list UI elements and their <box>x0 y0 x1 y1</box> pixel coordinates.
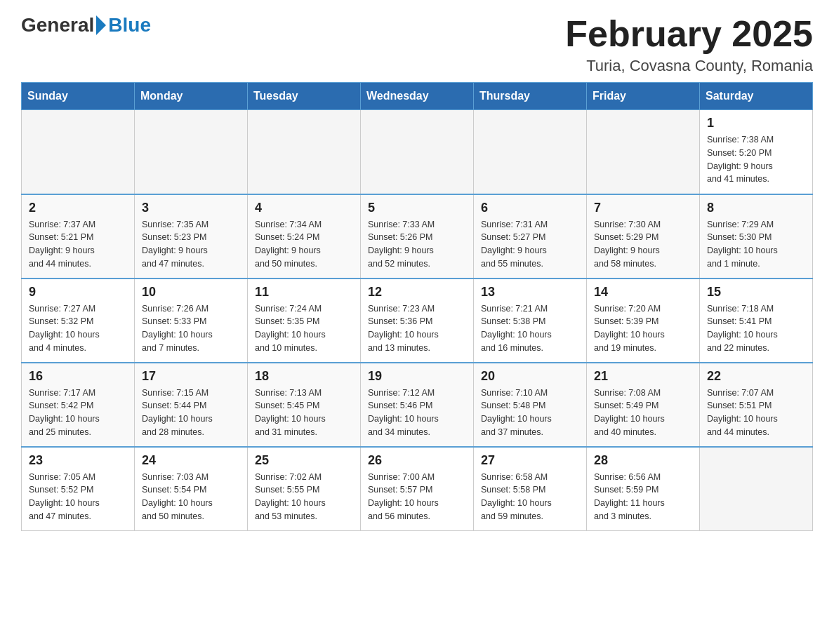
calendar-day-cell: 24Sunrise: 7:03 AM Sunset: 5:54 PM Dayli… <box>135 447 248 531</box>
day-info: Sunrise: 7:10 AM Sunset: 5:48 PM Dayligh… <box>481 387 579 439</box>
day-info: Sunrise: 7:07 AM Sunset: 5:51 PM Dayligh… <box>707 387 805 439</box>
page-header: General Blue February 2025 Turia, Covasn… <box>21 14 813 75</box>
day-info: Sunrise: 7:34 AM Sunset: 5:24 PM Dayligh… <box>255 218 353 271</box>
calendar-day-cell: 3Sunrise: 7:35 AM Sunset: 5:23 PM Daylig… <box>135 194 248 279</box>
calendar-day-cell: 16Sunrise: 7:17 AM Sunset: 5:42 PM Dayli… <box>22 363 135 447</box>
day-info: Sunrise: 7:35 AM Sunset: 5:23 PM Dayligh… <box>142 218 240 271</box>
calendar-day-cell: 14Sunrise: 7:20 AM Sunset: 5:39 PM Dayli… <box>587 279 700 363</box>
location-title: Turia, Covasna County, Romania <box>565 57 813 75</box>
calendar-day-cell <box>587 110 700 194</box>
day-number: 19 <box>368 369 466 384</box>
day-info: Sunrise: 7:03 AM Sunset: 5:54 PM Dayligh… <box>142 471 240 523</box>
calendar-day-cell: 22Sunrise: 7:07 AM Sunset: 5:51 PM Dayli… <box>700 363 813 447</box>
day-info: Sunrise: 7:15 AM Sunset: 5:44 PM Dayligh… <box>142 387 240 439</box>
day-of-week-header: Friday <box>587 83 700 110</box>
day-number: 16 <box>29 369 127 384</box>
day-number: 25 <box>255 453 353 468</box>
day-info: Sunrise: 6:56 AM Sunset: 5:59 PM Dayligh… <box>594 471 692 523</box>
calendar-week-row: 9Sunrise: 7:27 AM Sunset: 5:32 PM Daylig… <box>22 279 813 363</box>
day-number: 14 <box>594 285 692 300</box>
calendar-day-cell: 15Sunrise: 7:18 AM Sunset: 5:41 PM Dayli… <box>700 279 813 363</box>
calendar-day-cell <box>248 110 361 194</box>
day-info: Sunrise: 7:18 AM Sunset: 5:41 PM Dayligh… <box>707 302 805 355</box>
day-info: Sunrise: 7:20 AM Sunset: 5:39 PM Dayligh… <box>594 302 692 355</box>
day-number: 15 <box>707 285 805 300</box>
day-number: 27 <box>481 453 579 468</box>
day-number: 10 <box>142 285 240 300</box>
calendar-day-cell: 6Sunrise: 7:31 AM Sunset: 5:27 PM Daylig… <box>474 194 587 279</box>
calendar-day-cell <box>135 110 248 194</box>
day-info: Sunrise: 7:23 AM Sunset: 5:36 PM Dayligh… <box>368 302 466 355</box>
day-number: 8 <box>707 201 805 215</box>
day-number: 20 <box>481 369 579 384</box>
day-number: 12 <box>368 285 466 300</box>
calendar-day-cell: 26Sunrise: 7:00 AM Sunset: 5:57 PM Dayli… <box>361 447 474 531</box>
calendar-day-cell: 1Sunrise: 7:38 AM Sunset: 5:20 PM Daylig… <box>700 110 813 194</box>
calendar-day-cell: 13Sunrise: 7:21 AM Sunset: 5:38 PM Dayli… <box>474 279 587 363</box>
day-of-week-header: Tuesday <box>248 83 361 110</box>
day-number: 5 <box>368 201 466 215</box>
calendar-day-cell: 23Sunrise: 7:05 AM Sunset: 5:52 PM Dayli… <box>22 447 135 531</box>
calendar-day-cell: 12Sunrise: 7:23 AM Sunset: 5:36 PM Dayli… <box>361 279 474 363</box>
calendar-table: SundayMondayTuesdayWednesdayThursdayFrid… <box>21 82 813 531</box>
day-info: Sunrise: 7:26 AM Sunset: 5:33 PM Dayligh… <box>142 302 240 355</box>
logo-blue-text: Blue <box>108 14 151 36</box>
calendar-day-cell: 28Sunrise: 6:56 AM Sunset: 5:59 PM Dayli… <box>587 447 700 531</box>
logo: General Blue <box>21 14 151 36</box>
day-info: Sunrise: 7:37 AM Sunset: 5:21 PM Dayligh… <box>29 218 127 271</box>
day-number: 7 <box>594 201 692 215</box>
day-number: 24 <box>142 453 240 468</box>
day-number: 9 <box>29 285 127 300</box>
day-info: Sunrise: 7:08 AM Sunset: 5:49 PM Dayligh… <box>594 387 692 439</box>
calendar-day-cell: 8Sunrise: 7:29 AM Sunset: 5:30 PM Daylig… <box>700 194 813 279</box>
calendar-day-cell: 20Sunrise: 7:10 AM Sunset: 5:48 PM Dayli… <box>474 363 587 447</box>
calendar-day-cell: 5Sunrise: 7:33 AM Sunset: 5:26 PM Daylig… <box>361 194 474 279</box>
day-number: 1 <box>707 116 805 130</box>
day-info: Sunrise: 7:13 AM Sunset: 5:45 PM Dayligh… <box>255 387 353 439</box>
month-title: February 2025 <box>565 14 813 54</box>
calendar-week-row: 23Sunrise: 7:05 AM Sunset: 5:52 PM Dayli… <box>22 447 813 531</box>
calendar-day-cell: 4Sunrise: 7:34 AM Sunset: 5:24 PM Daylig… <box>248 194 361 279</box>
day-number: 26 <box>368 453 466 468</box>
day-number: 3 <box>142 201 240 215</box>
calendar-day-cell: 21Sunrise: 7:08 AM Sunset: 5:49 PM Dayli… <box>587 363 700 447</box>
day-info: Sunrise: 7:12 AM Sunset: 5:46 PM Dayligh… <box>368 387 466 439</box>
calendar-day-cell: 7Sunrise: 7:30 AM Sunset: 5:29 PM Daylig… <box>587 194 700 279</box>
calendar-day-cell <box>700 447 813 531</box>
day-number: 28 <box>594 453 692 468</box>
calendar-day-cell: 17Sunrise: 7:15 AM Sunset: 5:44 PM Dayli… <box>135 363 248 447</box>
calendar-day-cell: 11Sunrise: 7:24 AM Sunset: 5:35 PM Dayli… <box>248 279 361 363</box>
calendar-day-cell <box>22 110 135 194</box>
day-number: 11 <box>255 285 353 300</box>
day-of-week-header: Wednesday <box>361 83 474 110</box>
day-info: Sunrise: 7:24 AM Sunset: 5:35 PM Dayligh… <box>255 302 353 355</box>
day-of-week-header: Saturday <box>700 83 813 110</box>
day-info: Sunrise: 7:05 AM Sunset: 5:52 PM Dayligh… <box>29 471 127 523</box>
calendar-day-cell: 27Sunrise: 6:58 AM Sunset: 5:58 PM Dayli… <box>474 447 587 531</box>
calendar-header-row: SundayMondayTuesdayWednesdayThursdayFrid… <box>22 83 813 110</box>
day-info: Sunrise: 7:29 AM Sunset: 5:30 PM Dayligh… <box>707 218 805 271</box>
day-number: 13 <box>481 285 579 300</box>
calendar-week-row: 1Sunrise: 7:38 AM Sunset: 5:20 PM Daylig… <box>22 110 813 194</box>
day-number: 2 <box>29 201 127 215</box>
day-number: 18 <box>255 369 353 384</box>
day-info: Sunrise: 7:17 AM Sunset: 5:42 PM Dayligh… <box>29 387 127 439</box>
day-number: 22 <box>707 369 805 384</box>
day-number: 21 <box>594 369 692 384</box>
day-info: Sunrise: 6:58 AM Sunset: 5:58 PM Dayligh… <box>481 471 579 523</box>
day-info: Sunrise: 7:33 AM Sunset: 5:26 PM Dayligh… <box>368 218 466 271</box>
day-number: 23 <box>29 453 127 468</box>
day-of-week-header: Monday <box>135 83 248 110</box>
calendar-day-cell <box>361 110 474 194</box>
day-info: Sunrise: 7:21 AM Sunset: 5:38 PM Dayligh… <box>481 302 579 355</box>
calendar-day-cell: 10Sunrise: 7:26 AM Sunset: 5:33 PM Dayli… <box>135 279 248 363</box>
calendar-day-cell <box>474 110 587 194</box>
calendar-day-cell: 19Sunrise: 7:12 AM Sunset: 5:46 PM Dayli… <box>361 363 474 447</box>
calendar-week-row: 16Sunrise: 7:17 AM Sunset: 5:42 PM Dayli… <box>22 363 813 447</box>
calendar-day-cell: 2Sunrise: 7:37 AM Sunset: 5:21 PM Daylig… <box>22 194 135 279</box>
calendar-day-cell: 18Sunrise: 7:13 AM Sunset: 5:45 PM Dayli… <box>248 363 361 447</box>
day-info: Sunrise: 7:31 AM Sunset: 5:27 PM Dayligh… <box>481 218 579 271</box>
day-info: Sunrise: 7:00 AM Sunset: 5:57 PM Dayligh… <box>368 471 466 523</box>
day-info: Sunrise: 7:30 AM Sunset: 5:29 PM Dayligh… <box>594 218 692 271</box>
day-info: Sunrise: 7:27 AM Sunset: 5:32 PM Dayligh… <box>29 302 127 355</box>
